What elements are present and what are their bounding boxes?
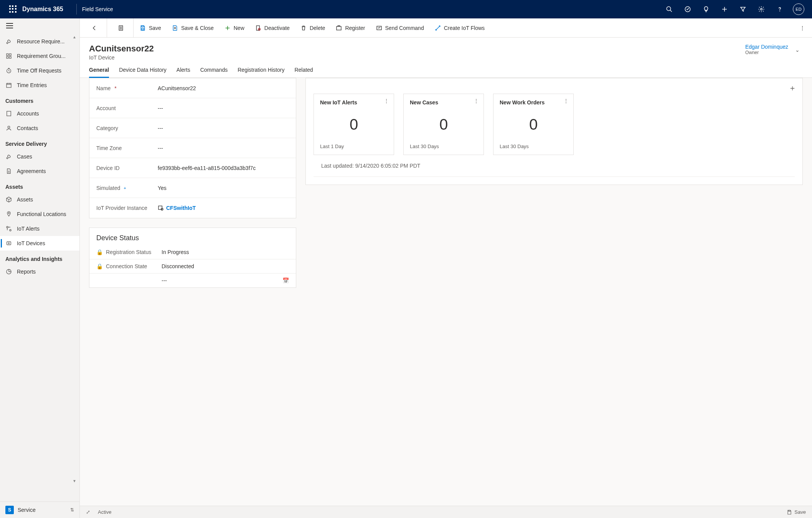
hamburger-icon[interactable] [0,18,79,34]
kpi-more-button[interactable]: ⋮ [474,98,479,104]
back-button[interactable] [87,22,102,34]
sidebar-item-cases[interactable]: Cases [0,149,79,164]
sidebar-item-iot-alerts[interactable]: IoT Alerts [0,221,79,236]
owner-field[interactable]: Edgar Dominquez Owner [745,44,792,55]
field-deviceid[interactable]: Device ID fe9393bb-eef6-ea11-a815-000d3a… [89,158,296,178]
sidebar-item-time-entries[interactable]: Time Entries [0,78,79,92]
svg-line-1 [670,10,672,12]
sidebar-item-time-off-requests[interactable]: Time Off Requests [0,63,79,78]
area-switcher[interactable]: S Service ⇅ [0,502,79,518]
kpi-more-button[interactable]: ⋮ [563,98,569,104]
field-timezone[interactable]: Time Zone --- [89,138,296,158]
command-bar: Save Save & Close New Deactivate Delete … [80,18,812,38]
send-command-button[interactable]: Send Command [371,22,429,34]
register-button[interactable]: Register [331,22,370,34]
sidebar-item-functional-locations[interactable]: Functional Locations [0,207,79,221]
sidebar-item-resource-require-[interactable]: Resource Require... [0,34,79,49]
sidebar-item-accounts[interactable]: Accounts [0,106,79,121]
add-icon[interactable] [715,0,734,18]
open-record-set-button[interactable] [113,22,129,34]
kpi-footer: Last 1 Day [320,144,388,149]
more-commands-button[interactable]: ⋮ [795,22,810,34]
field-simulated[interactable]: Simulated + Yes [89,178,296,198]
content-area: Name* ACunitsensor22 Account --- Categor… [80,78,812,506]
report-icon [5,268,12,275]
svg-point-0 [667,7,671,11]
task-icon[interactable] [678,0,697,18]
global-nav: Dynamics 365 Field Service ED [0,0,812,18]
last-updated-label: Last updated: 9/14/2020 6:05:02 PM PDT [314,163,795,177]
sidebar-item-label: Functional Locations [17,211,66,217]
status-bar: ⤢ Active Save [80,506,812,518]
calendar-icon [5,82,12,89]
svg-point-28 [10,229,11,231]
building-icon [5,110,12,117]
sidebar-item-reports[interactable]: Reports [0,264,79,279]
sidebar-item-assets[interactable]: Assets [0,192,79,207]
person-icon [5,125,12,132]
sidebar: ▲ Resource Require...Requirement Grou...… [0,18,80,518]
chevron-down-icon[interactable]: ⌄ [792,44,803,56]
field-date[interactable]: --- 📅 [89,274,296,287]
sidebar-item-label: Reports [17,269,36,275]
lookup-icon [158,205,164,211]
sidebar-item-label: Time Entries [17,82,47,88]
footer-save-button[interactable]: Save [787,509,806,515]
general-form-card: Name* ACunitsensor22 Account --- Categor… [89,78,296,218]
sidebar-item-label: Resource Require... [17,38,65,45]
field-provider[interactable]: IoT Provider Instance CFSwithIoT [89,198,296,218]
scroll-down-icon[interactable]: ▼ [73,479,76,483]
deactivate-button[interactable]: Deactivate [251,22,294,34]
tab-alerts[interactable]: Alerts [177,67,190,78]
grid-icon [5,53,12,59]
tab-general[interactable]: General [89,67,109,78]
save-button[interactable]: Save [135,22,166,34]
clock-icon [5,67,12,74]
svg-rect-11 [9,54,11,56]
svg-rect-15 [7,83,11,87]
kpi-more-button[interactable]: ⋮ [384,98,389,104]
nav-section-header: Service Delivery [0,135,79,149]
svg-point-26 [8,213,10,214]
pin-icon [5,211,12,218]
field-account[interactable]: Account --- [89,98,296,118]
sidebar-item-label: Accounts [17,111,39,117]
delete-button[interactable]: Delete [296,22,330,34]
sidebar-item-agreements[interactable]: Agreements [0,164,79,178]
create-iot-flows-button[interactable]: Create IoT Flows [430,22,489,34]
field-provider-value[interactable]: CFSwithIoT [166,205,196,211]
lightbulb-icon[interactable] [697,0,715,18]
tab-related[interactable]: Related [294,67,313,78]
user-avatar[interactable]: ED [793,3,804,15]
nav-section-header: Assets [0,178,79,192]
sidebar-item-requirement-grou-[interactable]: Requirement Grou... [0,49,79,63]
tab-device-data-history[interactable]: Device Data History [119,67,167,78]
record-subtitle: IoT Device [89,54,154,61]
field-category[interactable]: Category --- [89,118,296,138]
help-icon[interactable] [771,0,789,18]
save-close-button[interactable]: Save & Close [167,22,218,34]
tabs: GeneralDevice Data HistoryAlertsCommands… [80,61,812,78]
nav-section-header: Analytics and Insights [0,251,79,264]
brand-label: Dynamics 365 [22,6,63,13]
filter-icon[interactable] [734,0,752,18]
tab-registration-history[interactable]: Registration History [238,67,284,78]
owner-name: Edgar Dominquez [745,44,788,50]
gear-icon[interactable] [752,0,771,18]
sidebar-item-contacts[interactable]: Contacts [0,121,79,135]
add-tile-button[interactable]: ＋ [789,83,796,93]
svg-rect-36 [142,26,144,27]
calendar-icon[interactable]: 📅 [282,277,289,284]
app-name[interactable]: Field Service [82,6,113,12]
new-button[interactable]: New [220,22,249,34]
popout-icon[interactable]: ⤢ [86,509,90,515]
search-icon[interactable] [660,0,678,18]
app-launcher-icon[interactable] [9,5,17,13]
svg-point-6 [780,11,780,11]
sidebar-item-iot-devices[interactable]: IoT Devices [0,236,79,251]
tab-commands[interactable]: Commands [200,67,228,78]
sidebar-scroll: ▲ Resource Require...Requirement Grou...… [0,34,79,502]
area-label: Service [18,507,36,513]
kpi-value: 0 [320,106,388,144]
field-name[interactable]: Name* ACunitsensor22 [89,78,296,98]
